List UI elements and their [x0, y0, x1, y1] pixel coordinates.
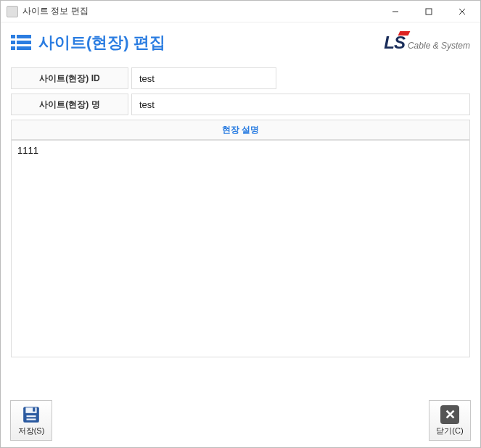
svg-rect-9 [17, 46, 31, 50]
app-icon [7, 6, 18, 17]
svg-rect-4 [11, 35, 15, 38]
brand-logo: LS Cable & System [384, 33, 470, 53]
svg-rect-5 [17, 35, 31, 38]
logo-sub: Cable & System [408, 41, 470, 51]
svg-rect-13 [27, 418, 36, 420]
page-title: 사이트(현장) 편집 [38, 32, 384, 54]
close-window-button[interactable] [445, 1, 479, 22]
title-bar: 사이트 정보 편집 [1, 1, 480, 22]
save-button[interactable]: 저장(S) [10, 400, 52, 441]
footer-bar: 저장(S) ✕ 닫기(C) [0, 400, 481, 441]
maximize-button[interactable] [412, 1, 445, 22]
minimize-button[interactable] [379, 1, 412, 22]
svg-rect-1 [426, 9, 432, 14]
close-button[interactable]: ✕ 닫기(C) [429, 400, 471, 441]
svg-rect-12 [27, 415, 36, 417]
site-name-label: 사이트(현장) 명 [11, 94, 128, 115]
svg-rect-14 [33, 407, 35, 411]
close-button-label: 닫기(C) [436, 426, 463, 436]
window-title: 사이트 정보 편집 [22, 5, 379, 17]
svg-rect-6 [11, 41, 15, 44]
menu-icon [11, 35, 31, 51]
save-button-label: 저장(S) [18, 426, 45, 436]
header-bar: 사이트(현장) 편집 LS Cable & System [1, 22, 480, 63]
description-textarea[interactable] [11, 140, 470, 357]
site-id-input[interactable] [131, 67, 276, 89]
site-name-input[interactable] [131, 94, 470, 115]
close-icon: ✕ [440, 405, 459, 424]
description-label: 현장 설명 [11, 120, 470, 140]
svg-rect-8 [11, 46, 15, 50]
save-icon [22, 405, 41, 424]
window-controls [379, 1, 479, 22]
svg-rect-7 [17, 41, 31, 44]
site-id-label: 사이트(현장) ID [11, 67, 128, 89]
form-area: 사이트(현장) ID 사이트(현장) 명 현장 설명 [1, 63, 480, 360]
logo-main: LS [384, 33, 405, 53]
